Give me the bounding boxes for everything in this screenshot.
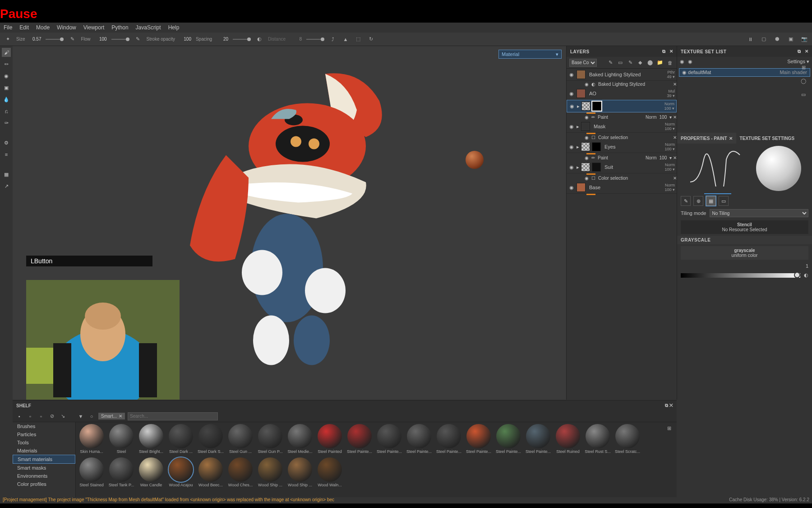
grid-view-icon[interactable]: ⊞ — [665, 424, 673, 432]
stencil-mode-icon[interactable]: ▦ — [706, 196, 716, 206]
shelf-category[interactable]: Particles — [13, 430, 75, 438]
stencil-resource[interactable]: Stencil No Resource Selected — [681, 220, 808, 234]
paint-tool-icon[interactable]: 🖌 — [2, 48, 11, 57]
shelf-disk-icon[interactable]: ▫ — [37, 412, 45, 420]
brush-picker-icon[interactable]: ✦ — [4, 35, 12, 43]
shelf-item[interactable]: Wood Acajou — [167, 457, 195, 487]
shelf-import-icon[interactable]: ↘ — [59, 412, 67, 420]
rotate-icon[interactable]: ⬢ — [773, 35, 781, 43]
shelf-item[interactable]: Steel Painte... — [494, 424, 522, 454]
visibility-icon[interactable]: ◉ — [585, 115, 589, 120]
shelf-item[interactable]: Steel Painte... — [405, 424, 433, 454]
menu-edit[interactable]: Edit — [19, 24, 29, 31]
layer-row[interactable]: ◉ ▸ Eyes Norm 100 ▾ — [567, 141, 677, 153]
layer-row[interactable]: ◉ Base Norm 100 ▾ — [567, 182, 677, 194]
visibility-icon[interactable]: ◉ — [585, 176, 589, 181]
layer-effect[interactable]: ◉ ☐Color selection ✕ — [567, 134, 677, 141]
visibility-icon[interactable]: ◉ — [585, 155, 589, 160]
texture-set-item[interactable]: ◉ defaultMat Main shader — [679, 68, 810, 77]
camera-icon[interactable]: ▣ — [787, 35, 795, 43]
picker-tool-icon[interactable]: ✑ — [2, 118, 11, 127]
screenshot-icon[interactable]: 📷 — [800, 35, 808, 43]
layer-row[interactable]: ◉ Baked Lighting Stylized Pthr 49 ▾ — [567, 69, 677, 81]
shelf-category[interactable]: Color profiles — [13, 480, 75, 488]
projection-tool-icon[interactable]: ◉ — [2, 71, 11, 80]
shelf-item[interactable]: Steel — [107, 424, 135, 454]
shelf-item[interactable]: Wood Ship ... — [286, 457, 314, 487]
brush-mode-icon[interactable]: ✎ — [681, 196, 691, 206]
mask-icon[interactable]: ▭ — [616, 59, 624, 67]
shelf-category[interactable]: Environments — [13, 472, 75, 480]
visibility-icon[interactable]: ◉ — [568, 144, 575, 150]
shelf-item[interactable]: Steel Dark ... — [167, 424, 195, 454]
histogram-icon[interactable]: ⊞ — [799, 63, 807, 71]
shelf-item[interactable]: Steel Painted — [316, 424, 344, 454]
perspective-icon[interactable]: ▢ — [760, 35, 768, 43]
shelf-item[interactable]: Steel Medie... — [286, 424, 314, 454]
shelf-project-icon[interactable]: ▫ — [26, 412, 34, 420]
wrap-icon[interactable]: ↻ — [367, 35, 375, 43]
pause-render-icon[interactable]: ⏸ — [746, 35, 754, 43]
filter-tag[interactable]: Smart...✕ — [98, 413, 125, 419]
shelf-item[interactable]: Steel Painte... — [435, 424, 463, 454]
close-icon[interactable]: ✕ — [669, 49, 674, 54]
shelf-item[interactable]: Steel Dark S... — [197, 424, 225, 454]
pressure-flow-icon[interactable]: ✎ — [134, 35, 142, 43]
close-icon[interactable]: ✕ — [805, 49, 809, 54]
gear-icon[interactable]: ⚙ — [2, 138, 11, 147]
visibility-icon[interactable]: ◉ — [569, 103, 575, 109]
layer-effect[interactable]: ◉ ☐Color selection ✕ — [567, 175, 677, 182]
distance-slider[interactable] — [306, 39, 324, 40]
menu-viewport[interactable]: Viewport — [83, 24, 104, 31]
shelf-category[interactable]: Brushes — [13, 422, 75, 430]
menu-javascript[interactable]: JavaScript — [136, 24, 161, 31]
visibility-icon[interactable]: ◉ — [568, 124, 575, 130]
clone-tool-icon[interactable]: ⎌ — [2, 107, 11, 116]
3d-viewport[interactable]: Material ▾ LButt — [13, 46, 566, 400]
add-fill-icon[interactable]: ◆ — [636, 59, 644, 67]
close-icon[interactable]: ✕ — [119, 414, 122, 419]
search-input[interactable] — [128, 412, 218, 420]
log-icon[interactable]: ▭ — [799, 90, 807, 98]
shelf-item[interactable]: Skin Huma... — [78, 424, 106, 454]
alignment-icon[interactable]: ⬚ — [354, 35, 362, 43]
modifier-icon[interactable]: ≡ — [2, 150, 11, 159]
layer-paint[interactable]: ◉ ✏Paint Norm 100▾ ✕ — [567, 154, 677, 161]
shelf-category[interactable]: Materials — [13, 447, 75, 455]
tab-texset-settings[interactable]: TEXTURE SET SETTINGS — [736, 133, 798, 144]
effect-icon[interactable]: ✎ — [606, 59, 614, 67]
size-value[interactable]: 0.57 — [28, 37, 41, 42]
add-folder-icon[interactable]: 📁 — [656, 59, 664, 67]
alpha-mode-icon[interactable]: ⊛ — [693, 196, 703, 206]
add-smart-icon[interactable]: ⬤ — [646, 59, 654, 67]
smudge-tool-icon[interactable]: 💧 — [2, 95, 11, 104]
close-icon[interactable]: ✕ — [669, 403, 673, 408]
grayscale-resource[interactable]: grayscale uniform color — [681, 246, 808, 260]
material-mode-icon[interactable]: ▭ — [719, 196, 729, 206]
layer-paint[interactable]: ◉ ✏Paint Norm 100▾ ✕ — [567, 114, 677, 121]
fill-tool-icon[interactable]: ▣ — [2, 83, 11, 92]
close-icon[interactable]: ✕ — [729, 136, 733, 141]
visibility-icon[interactable]: ◉ — [585, 82, 589, 87]
eraser-tool-icon[interactable]: ✏ — [2, 60, 11, 69]
shelf-item[interactable]: Steel Painte... — [465, 424, 493, 454]
shelf-all-icon[interactable]: ▪ — [15, 412, 23, 420]
lazy-mouse-icon[interactable]: ⤴ — [329, 35, 337, 43]
shelf-category[interactable]: Tools — [13, 438, 75, 447]
export-icon[interactable]: ↗ — [2, 182, 11, 191]
visibility-icon[interactable]: ◉ — [568, 164, 575, 170]
pressure-size-icon[interactable]: ✎ — [68, 35, 76, 43]
add-paint-icon[interactable]: ✎ — [626, 59, 634, 67]
tab-properties[interactable]: PROPERTIES - PAINT✕ — [677, 133, 736, 144]
shelf-item[interactable]: Steel Ruined — [554, 424, 582, 454]
refresh-icon[interactable]: ○ — [88, 412, 96, 420]
shelf-item[interactable]: Wax Candle — [137, 457, 165, 487]
shelf-item[interactable]: Steel Tank P... — [107, 457, 135, 487]
shelf-item[interactable]: Steel Bright... — [137, 424, 165, 454]
iray-icon[interactable]: ▦ — [2, 170, 11, 179]
shelf-item[interactable]: Steel Painte... — [524, 424, 552, 454]
shelf-item[interactable]: Steel Painte... — [375, 424, 403, 454]
layer-adjustment[interactable]: ◉ ◐Baked Lighting Stylized ✕ — [567, 81, 677, 88]
visibility-icon[interactable]: ◉ — [568, 185, 575, 191]
channel-dropdown[interactable]: Material ▾ — [498, 50, 562, 59]
